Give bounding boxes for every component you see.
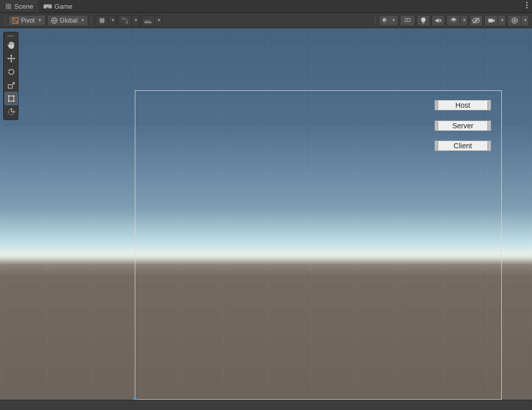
canvas-rect-outline[interactable]: Host Server Client xyxy=(135,90,502,400)
shaded-sphere-icon xyxy=(381,17,388,24)
svg-rect-21 xyxy=(126,21,128,23)
chevron-down-icon: ▼ xyxy=(462,18,466,23)
global-dropdown[interactable]: Global ▼ xyxy=(47,15,89,26)
fx-group: ▼ xyxy=(446,15,468,26)
fx-dropdown[interactable]: ▼ xyxy=(460,15,468,26)
svg-point-6 xyxy=(526,2,528,4)
fx-toggle-button[interactable] xyxy=(446,15,460,26)
chevron-down-icon: ▼ xyxy=(80,18,85,23)
svg-point-8 xyxy=(526,7,528,9)
rotate-tool-button[interactable] xyxy=(5,65,18,79)
transform-tool-button[interactable] xyxy=(5,105,18,119)
move-arrows-icon xyxy=(7,54,15,63)
globe-icon xyxy=(51,17,58,24)
move-tool-button[interactable] xyxy=(5,52,18,65)
2d-label: 2D xyxy=(404,17,411,23)
increment-snap-group: ▼ xyxy=(141,15,162,26)
pivot-label: Pivot xyxy=(21,17,35,24)
svg-marker-51 xyxy=(14,111,16,113)
svg-rect-20 xyxy=(122,17,124,19)
svg-point-46 xyxy=(13,95,15,97)
eye-off-icon xyxy=(472,17,480,24)
increment-snap-dropdown[interactable]: ▼ xyxy=(154,15,162,26)
svg-rect-41 xyxy=(9,58,14,59)
svg-rect-44 xyxy=(9,96,14,101)
svg-marker-36 xyxy=(10,54,12,56)
increment-snap-button[interactable] xyxy=(141,15,154,26)
gizmos-dropdown[interactable]: ▼ xyxy=(521,15,529,26)
button-cap xyxy=(435,141,438,150)
hand-tool-button[interactable] xyxy=(5,38,18,52)
grid-visibility-button[interactable] xyxy=(95,15,108,26)
button-cap xyxy=(487,141,490,150)
tab-bar: Scene Game xyxy=(0,0,532,13)
camera-dropdown[interactable]: ▼ xyxy=(498,15,506,26)
lighting-toggle-button[interactable] xyxy=(417,15,430,26)
button-cap xyxy=(487,101,490,110)
svg-point-45 xyxy=(8,95,10,97)
svg-rect-33 xyxy=(488,18,493,22)
draw-mode-dropdown[interactable]: ▼ xyxy=(379,15,398,26)
layers-icon xyxy=(450,17,457,24)
host-button-label: Host xyxy=(456,101,470,109)
chevron-down-icon: ▼ xyxy=(38,18,42,23)
svg-point-7 xyxy=(526,5,528,6)
snap-dropdown[interactable]: ▼ xyxy=(131,15,139,26)
palette-drag-handle[interactable] xyxy=(5,33,17,38)
tab-game-label: Game xyxy=(54,3,72,10)
gizmos-button[interactable] xyxy=(507,15,521,26)
svg-marker-39 xyxy=(14,57,15,60)
svg-line-10 xyxy=(13,17,18,23)
hand-icon xyxy=(7,41,15,49)
rect-tool-icon xyxy=(7,94,15,103)
grid-snap-group: ▼ xyxy=(95,15,116,26)
svg-rect-53 xyxy=(11,111,14,112)
scene-view[interactable]: Host Server Client xyxy=(0,28,532,410)
snap-group: ▼ xyxy=(118,15,139,26)
lightbulb-icon xyxy=(420,17,426,24)
svg-rect-43 xyxy=(8,85,12,88)
camera-icon xyxy=(488,17,495,24)
scene-toolbar: Pivot ▼ Global ▼ ▼ ▼ ▼ xyxy=(0,13,532,28)
global-label: Global xyxy=(60,17,78,24)
toolbar-separator xyxy=(91,16,92,25)
chevron-down-icon: ▼ xyxy=(523,18,527,23)
server-button[interactable]: Server xyxy=(435,121,491,131)
audio-toggle-button[interactable] xyxy=(432,15,445,26)
scale-icon xyxy=(7,81,15,89)
scale-tool-button[interactable] xyxy=(5,79,18,92)
rect-tool-button[interactable] xyxy=(5,92,18,105)
chevron-down-icon: ▼ xyxy=(157,18,161,23)
visibility-toggle-button[interactable] xyxy=(469,15,483,26)
chevron-down-icon: ▼ xyxy=(111,18,115,23)
svg-point-47 xyxy=(8,101,10,102)
button-cap xyxy=(487,121,490,130)
svg-point-48 xyxy=(13,101,15,102)
camera-button[interactable] xyxy=(484,15,498,26)
grid-dropdown[interactable]: ▼ xyxy=(108,15,116,26)
button-cap xyxy=(435,121,438,130)
chevron-down-icon: ▼ xyxy=(392,18,396,23)
gizmos-globe-icon xyxy=(511,17,518,24)
button-cap xyxy=(435,101,438,110)
host-button[interactable]: Host xyxy=(435,100,491,110)
vr-goggles-icon xyxy=(44,4,52,9)
tab-game[interactable]: Game xyxy=(38,0,77,12)
toolbar-right: ▼ 2D ▼ xyxy=(374,15,529,26)
client-button[interactable]: Client xyxy=(435,141,491,151)
snap-button[interactable] xyxy=(118,15,131,26)
pivot-icon xyxy=(12,17,19,24)
pivot-dropdown[interactable]: Pivot ▼ xyxy=(8,15,46,26)
toolbar-separator xyxy=(5,16,5,25)
tab-scene[interactable]: Scene xyxy=(0,0,38,12)
chevron-down-icon: ▼ xyxy=(134,18,138,23)
svg-point-28 xyxy=(382,17,388,23)
tool-palette[interactable] xyxy=(3,32,18,120)
gizmos-group: ▼ xyxy=(507,15,529,26)
2d-toggle-button[interactable]: 2D xyxy=(400,15,415,26)
toolbar-separator xyxy=(375,16,376,25)
kebab-menu-icon[interactable] xyxy=(526,2,528,9)
svg-marker-42 xyxy=(8,70,10,71)
camera-group: ▼ xyxy=(484,15,506,26)
client-button-label: Client xyxy=(454,142,472,150)
